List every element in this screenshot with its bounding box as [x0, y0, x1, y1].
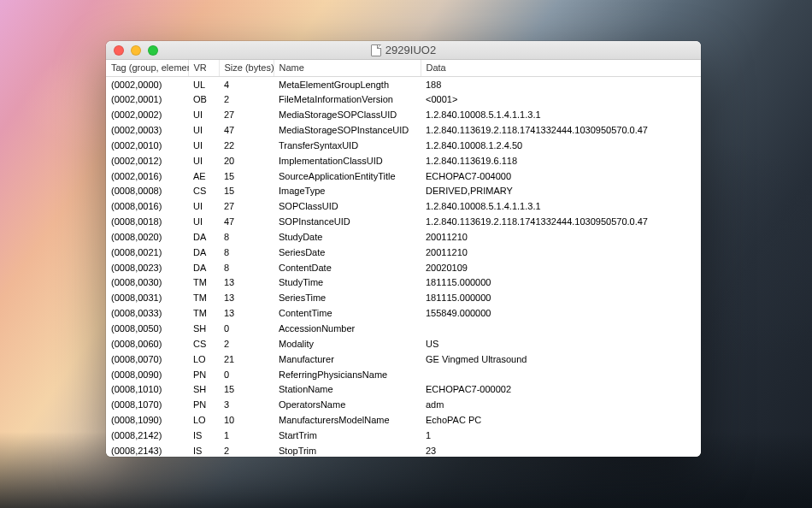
cell-name: Manufacturer — [274, 351, 421, 367]
cell-size: 2 — [219, 336, 274, 351]
minimize-button[interactable] — [131, 45, 141, 56]
cell-size: 21 — [219, 351, 274, 367]
cell-tag: (0002,0003) — [106, 123, 188, 139]
cell-data: 20020109 — [421, 260, 701, 275]
cell-tag: (0008,2143) — [106, 443, 188, 457]
cell-tag: (0008,2142) — [106, 428, 188, 443]
cell-name: ManufacturersModelName — [274, 413, 421, 428]
cell-tag: (0008,1090) — [106, 413, 188, 428]
cell-vr: UI — [188, 153, 219, 168]
cell-name: MediaStorageSOPInstanceUID — [274, 123, 421, 139]
cell-tag: (0002,0001) — [106, 92, 188, 108]
cell-tag: (0008,0033) — [106, 306, 188, 322]
cell-vr: UI — [188, 199, 219, 215]
cell-size: 8 — [219, 260, 274, 275]
cell-vr: DA — [188, 229, 219, 245]
table-row[interactable]: (0008,0070)LO21ManufacturerGE Vingmed Ul… — [106, 351, 701, 367]
cell-tag: (0008,0008) — [106, 184, 188, 199]
document-icon — [371, 44, 381, 56]
window-titlebar[interactable]: 2929IUO2 — [106, 41, 701, 60]
cell-vr: CS — [188, 336, 219, 351]
cell-name: StudyTime — [274, 275, 421, 291]
table-row[interactable]: (0002,0010)UI22TransferSyntaxUID1.2.840.… — [106, 138, 701, 153]
table-row[interactable]: (0008,0016)UI27SOPClassUID1.2.840.10008.… — [106, 199, 701, 215]
table-row[interactable]: (0002,0016)AE15SourceApplicationEntityTi… — [106, 168, 701, 184]
table-row[interactable]: (0002,0002)UI27MediaStorageSOPClassUID1.… — [106, 108, 701, 123]
cell-name: StartTrim — [274, 428, 421, 443]
cell-size: 4 — [219, 77, 274, 92]
cell-size: 15 — [219, 382, 274, 398]
cell-data: 1.2.840.113619.2.118.1741332444.10309505… — [421, 215, 701, 230]
maximize-button[interactable] — [148, 45, 158, 56]
cell-vr: OB — [188, 92, 219, 108]
col-header-size[interactable]: Size (bytes) — [219, 60, 274, 77]
table-row[interactable]: (0002,0012)UI20ImplementationClassUID1.2… — [106, 153, 701, 168]
cell-vr: TM — [188, 306, 219, 322]
table-row[interactable]: (0008,2142)IS1StartTrim1 — [106, 428, 701, 443]
table-row[interactable]: (0002,0001)OB2FileMetaInformationVersion… — [106, 92, 701, 108]
cell-size: 15 — [219, 184, 274, 199]
cell-data: 20011210 — [421, 229, 701, 245]
table-row[interactable]: (0008,1070)PN3OperatorsNameadm — [106, 398, 701, 413]
col-header-data[interactable]: Data — [421, 60, 701, 77]
cell-size: 8 — [219, 245, 274, 260]
cell-data — [421, 322, 701, 337]
cell-data: 1.2.840.10008.5.1.4.1.1.3.1 — [421, 199, 701, 215]
title-wrap: 2929IUO2 — [106, 44, 701, 56]
cell-name: ImplementationClassUID — [274, 153, 421, 168]
cell-tag: (0008,0090) — [106, 367, 188, 382]
cell-tag: (0008,0050) — [106, 322, 188, 337]
table-row[interactable]: (0008,0090)PN0ReferringPhysiciansName — [106, 367, 701, 382]
cell-name: OperatorsName — [274, 398, 421, 413]
table-row[interactable]: (0008,1010)SH15StationNameECHOPAC7-00000… — [106, 382, 701, 398]
table-row[interactable]: (0008,0030)TM13StudyTime181115.000000 — [106, 275, 701, 291]
col-header-tag[interactable]: Tag (group, element) — [106, 60, 188, 77]
cell-vr: LO — [188, 351, 219, 367]
cell-tag: (0002,0016) — [106, 168, 188, 184]
cell-vr: UI — [188, 123, 219, 139]
cell-vr: TM — [188, 275, 219, 291]
table-row[interactable]: (0008,0050)SH0AccessionNumber — [106, 322, 701, 337]
cell-data: 1 — [421, 428, 701, 443]
cell-data — [421, 367, 701, 382]
table-row[interactable]: (0008,0020)DA8StudyDate20011210 — [106, 229, 701, 245]
cell-tag: (0008,0060) — [106, 336, 188, 351]
table-row[interactable]: (0008,0060)CS2ModalityUS — [106, 336, 701, 351]
table-row[interactable]: (0002,0000)UL4MetaElementGroupLength188 — [106, 77, 701, 92]
table-row[interactable]: (0002,0003)UI47MediaStorageSOPInstanceUI… — [106, 123, 701, 139]
table-row[interactable]: (0008,0021)DA8SeriesDate20011210 — [106, 245, 701, 260]
cell-size: 0 — [219, 367, 274, 382]
cell-tag: (0008,1010) — [106, 382, 188, 398]
cell-data: 1.2.840.10008.1.2.4.50 — [421, 138, 701, 153]
cell-tag: (0002,0010) — [106, 138, 188, 153]
col-header-vr[interactable]: VR — [188, 60, 219, 77]
table-row[interactable]: (0008,0018)UI47SOPInstanceUID1.2.840.113… — [106, 215, 701, 230]
cell-size: 1 — [219, 428, 274, 443]
cell-size: 8 — [219, 229, 274, 245]
cell-vr: PN — [188, 367, 219, 382]
close-button[interactable] — [114, 45, 124, 56]
cell-vr: AE — [188, 168, 219, 184]
cell-vr: UL — [188, 77, 219, 92]
cell-size: 27 — [219, 108, 274, 123]
cell-name: MetaElementGroupLength — [274, 77, 421, 92]
cell-size: 13 — [219, 275, 274, 291]
cell-tag: (0008,0020) — [106, 229, 188, 245]
cell-data: <0001> — [421, 92, 701, 108]
col-header-name[interactable]: Name — [274, 60, 421, 77]
cell-vr: DA — [188, 260, 219, 275]
table-row[interactable]: (0008,0033)TM13ContentTime155849.000000 — [106, 306, 701, 322]
app-window: 2929IUO2 Tag (group, element) VR Size (b… — [106, 41, 701, 457]
table-scroll-area[interactable]: Tag (group, element) VR Size (bytes) Nam… — [106, 60, 701, 457]
cell-data: EchoPAC PC — [421, 413, 701, 428]
table-row[interactable]: (0008,1090)LO10ManufacturersModelNameEch… — [106, 413, 701, 428]
cell-name: TransferSyntaxUID — [274, 138, 421, 153]
cell-vr: IS — [188, 443, 219, 457]
table-row[interactable]: (0008,0008)CS15ImageTypeDERIVED,PRIMARY — [106, 184, 701, 199]
cell-tag: (0008,0030) — [106, 275, 188, 291]
table-row[interactable]: (0008,0023)DA8ContentDate20020109 — [106, 260, 701, 275]
cell-data: 155849.000000 — [421, 306, 701, 322]
cell-name: FileMetaInformationVersion — [274, 92, 421, 108]
table-row[interactable]: (0008,2143)IS2StopTrim23 — [106, 443, 701, 457]
table-row[interactable]: (0008,0031)TM13SeriesTime181115.000000 — [106, 291, 701, 306]
